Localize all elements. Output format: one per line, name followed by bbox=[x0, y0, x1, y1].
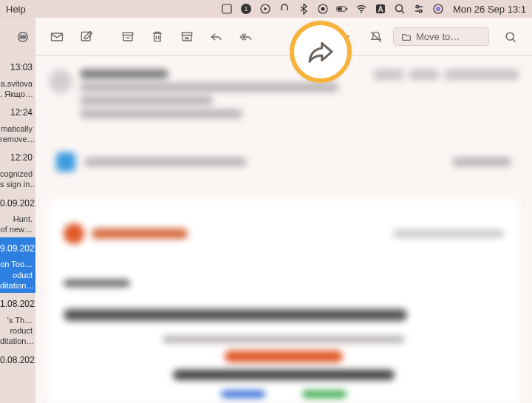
mute-bell-icon[interactable] bbox=[364, 26, 389, 48]
bluetooth-icon[interactable] bbox=[298, 3, 310, 15]
airpods-icon[interactable] bbox=[279, 3, 290, 15]
svg-point-22 bbox=[506, 33, 514, 40]
svg-point-9 bbox=[361, 12, 362, 13]
message-list-sidebar: 13:03 a.svitova. Якщо… 12:24 maticallyre… bbox=[0, 18, 35, 403]
mail-toolbar: Move to… bbox=[35, 18, 532, 56]
list-item[interactable]: 1.08.2022 bbox=[0, 293, 35, 313]
svg-point-13 bbox=[416, 5, 419, 8]
list-item-selected[interactable]: 9.09.2022 bbox=[0, 237, 35, 257]
list-item[interactable]: 13:03 bbox=[0, 56, 35, 76]
archive-icon[interactable] bbox=[115, 26, 140, 48]
menubar-status-area: 1 A Mon 26 Sep 13:1 bbox=[221, 3, 526, 15]
move-to-label: Move to… bbox=[416, 31, 460, 42]
list-item[interactable]: a.svitova. Якщо… bbox=[0, 76, 35, 102]
notification-1-icon[interactable]: 1 bbox=[240, 3, 252, 15]
envelope-icon[interactable] bbox=[44, 26, 69, 48]
message-pane: Move to… bbox=[35, 18, 532, 403]
junk-icon[interactable] bbox=[174, 26, 200, 48]
forward-button-highlight[interactable] bbox=[290, 21, 352, 83]
svg-text:1: 1 bbox=[244, 5, 248, 13]
sender-avatar bbox=[49, 70, 72, 93]
reply-icon[interactable] bbox=[204, 26, 229, 48]
folder-icon bbox=[401, 32, 412, 42]
list-item[interactable]: 0.08.2022 bbox=[0, 349, 35, 369]
list-item[interactable]: 12:24 bbox=[0, 101, 35, 121]
svg-rect-20 bbox=[123, 33, 132, 35]
svg-rect-8 bbox=[338, 7, 342, 10]
trash-icon[interactable] bbox=[145, 26, 170, 48]
control-center-icon[interactable] bbox=[413, 3, 425, 15]
svg-point-16 bbox=[436, 7, 440, 11]
move-to-dropdown[interactable]: Move to… bbox=[393, 27, 489, 46]
svg-point-14 bbox=[419, 10, 422, 13]
svg-point-5 bbox=[321, 7, 324, 11]
list-item[interactable]: cognizeds sign in… bbox=[0, 166, 35, 192]
search-icon[interactable] bbox=[498, 26, 523, 48]
list-item[interactable]: Hunt.of new… bbox=[0, 211, 35, 237]
svg-rect-21 bbox=[182, 33, 191, 35]
wifi-icon[interactable] bbox=[355, 3, 367, 15]
recording-icon[interactable] bbox=[317, 3, 329, 15]
list-item[interactable]: 0.09.2022 bbox=[0, 192, 35, 212]
menubar-datetime[interactable]: Mon 26 Sep 13:1 bbox=[453, 4, 526, 15]
sidebar-settings-icon[interactable] bbox=[0, 18, 35, 56]
reply-all-icon[interactable] bbox=[233, 26, 259, 48]
siri-icon[interactable] bbox=[432, 3, 444, 15]
svg-text:A: A bbox=[378, 5, 383, 13]
mail-app-window: 13:03 a.svitova. Якщо… 12:24 maticallyre… bbox=[0, 18, 532, 403]
menu-help[interactable]: Help bbox=[6, 4, 26, 15]
forward-icon bbox=[306, 37, 335, 67]
svg-rect-0 bbox=[222, 4, 231, 13]
keyboard-input-icon[interactable]: A bbox=[375, 3, 386, 15]
message-content-blurred bbox=[35, 56, 532, 403]
spotlight-icon[interactable] bbox=[394, 3, 406, 15]
list-item[interactable]: 's Th…roductditation… bbox=[0, 313, 35, 349]
compose-icon[interactable] bbox=[74, 26, 99, 48]
svg-rect-7 bbox=[347, 8, 348, 10]
play-icon[interactable] bbox=[259, 3, 271, 15]
macos-menubar: Help 1 A Mon 26 Sep 13:1 bbox=[0, 0, 532, 18]
svg-rect-18 bbox=[52, 33, 63, 41]
svg-point-12 bbox=[395, 5, 402, 12]
figma-icon[interactable] bbox=[221, 3, 233, 15]
list-item[interactable]: 12:20 bbox=[0, 146, 35, 166]
list-item[interactable]: maticallyremove… bbox=[0, 121, 35, 147]
sender-name bbox=[80, 70, 168, 78]
battery-icon[interactable] bbox=[336, 3, 348, 15]
list-item-selected[interactable]: on Too…oductditation… bbox=[0, 257, 35, 293]
